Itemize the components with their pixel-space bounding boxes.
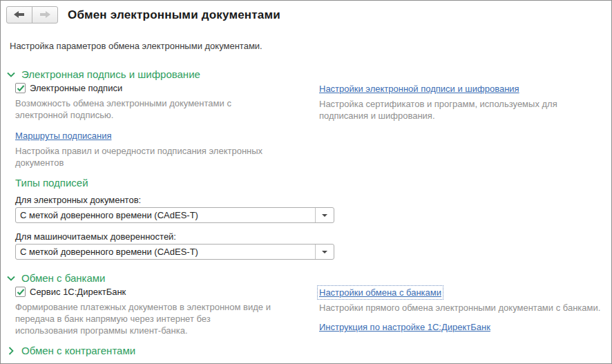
forward-button[interactable]: [32, 6, 58, 23]
checkbox-checked-icon: [15, 287, 26, 297]
section-signature-body: Электронные подписи Возможность обмена э…: [1, 80, 611, 260]
electronic-signatures-description: Возможность обмена электронными документ…: [15, 97, 305, 121]
section-banks-body: Сервис 1С:ДиректБанк Формирование платеж…: [1, 284, 611, 336]
section-banks-header[interactable]: Обмен с банками: [7, 272, 611, 284]
signature-type-documents-select[interactable]: С меткой доверенного времени (CAdES-T): [15, 207, 334, 223]
electronic-signatures-checkbox[interactable]: Электронные подписи: [15, 83, 305, 93]
section-counterparties-title: Обмен с контрагентами: [21, 345, 135, 356]
signing-routes-link[interactable]: Маршруты подписания: [15, 131, 111, 141]
dropdown-button[interactable]: [315, 245, 334, 259]
field-label-electronic-documents: Для электронных документов:: [15, 195, 611, 205]
nav-button-group: [6, 6, 58, 23]
checkbox-checked-icon: [15, 83, 26, 93]
settings-window: Обмен электронными документами Настройка…: [0, 0, 612, 364]
chevron-down-icon: [7, 72, 15, 77]
dropdown-triangle-icon: [322, 251, 327, 253]
page-title: Обмен электронными документами: [68, 8, 280, 22]
signature-settings-link[interactable]: Настройки электронной подписи и шифрован…: [319, 84, 519, 94]
directbank-service-checkbox[interactable]: Сервис 1С:ДиректБанк: [15, 287, 305, 297]
nav-bar: Обмен электронными документами: [1, 1, 611, 23]
signature-settings-description: Настройка сертификатов и программ, испол…: [319, 98, 611, 122]
chevron-right-icon: [7, 347, 15, 355]
arrow-right-icon: [39, 10, 50, 20]
checkbox-label: Электронные подписи: [30, 83, 122, 93]
section-signature-header[interactable]: Электронная подпись и шифрование: [7, 68, 611, 80]
selected-value: С меткой доверенного времени (CAdES-T): [16, 208, 315, 222]
section-banks: Обмен с банками Сервис 1С:ДиректБанк Фор…: [1, 272, 611, 336]
section-signature-title: Электронная подпись и шифрование: [21, 68, 200, 80]
directbank-instruction-link[interactable]: Инструкция по настройке 1С:ДиректБанк: [319, 322, 490, 332]
field-label-machine-readable-poa: Для машиночитаемых доверенностей:: [15, 231, 611, 242]
chevron-down-icon: [7, 276, 15, 281]
checkbox-label: Сервис 1С:ДиректБанк: [30, 287, 126, 297]
selected-value: С меткой доверенного времени (CAdES-T): [16, 245, 315, 259]
dropdown-triangle-icon: [322, 214, 327, 217]
page-subtitle: Настройка параметров обмена электронными…: [10, 41, 611, 51]
bank-exchange-settings-link[interactable]: Настройки обмена с банками: [319, 287, 441, 298]
dropdown-button[interactable]: [315, 208, 334, 222]
signature-types-title: Типы подписей: [15, 177, 611, 189]
back-button[interactable]: [6, 6, 32, 23]
section-counterparties: Обмен с контрагентами: [1, 345, 611, 356]
section-signature: Электронная подпись и шифрование Электро…: [1, 68, 611, 260]
signing-routes-description: Настройка правил и очередности подписани…: [15, 145, 611, 169]
directbank-description: Формирование платежных документов в элек…: [15, 301, 305, 336]
signature-type-poa-select[interactable]: С меткой доверенного времени (CAdES-T): [15, 244, 334, 260]
bank-exchange-settings-description: Настройки прямого обмена электронными до…: [319, 302, 611, 314]
section-counterparties-header[interactable]: Обмен с контрагентами: [7, 345, 611, 356]
section-banks-title: Обмен с банками: [21, 272, 106, 284]
arrow-left-icon: [14, 10, 25, 20]
